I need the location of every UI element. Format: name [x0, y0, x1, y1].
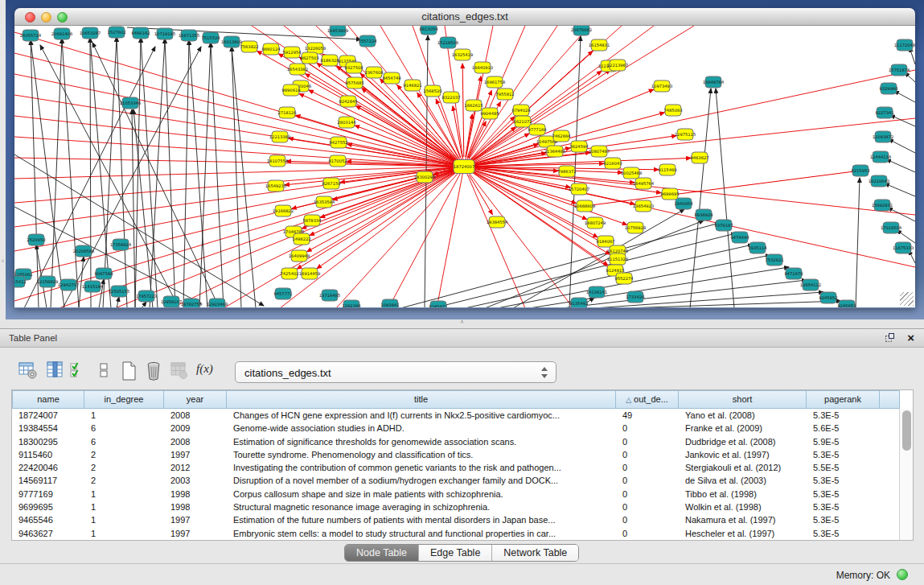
- graph-node[interactable]: 1093841: [380, 299, 399, 307]
- stacked-rows-icon[interactable]: [94, 360, 115, 381]
- graph-node[interactable]: 10653287: [80, 27, 101, 39]
- scrollbar-thumb[interactable]: [902, 410, 911, 451]
- network-window-titlebar[interactable]: citations_edges.txt: [14, 8, 915, 26]
- graph-node[interactable]: 14136141: [586, 286, 607, 298]
- graph-node[interactable]: 11675333: [893, 242, 914, 253]
- graph-node[interactable]: 8660124: [261, 43, 281, 55]
- graph-node[interactable]: 16154831: [589, 39, 610, 51]
- network-graph-canvas[interactable]: 1872400724055724206914061065328715276026…: [14, 26, 915, 307]
- graph-node[interactable]: 16914459: [299, 268, 320, 279]
- graph-node[interactable]: 1527602: [107, 27, 125, 38]
- graph-node[interactable]: 15692931: [872, 200, 893, 211]
- graph-node[interactable]: 9699695: [660, 188, 679, 200]
- memory-ok-indicator[interactable]: [897, 569, 908, 580]
- graph-node[interactable]: 17359924: [110, 239, 132, 250]
- table-row[interactable]: 1872400712008Changes of HCN gene express…: [12, 409, 900, 422]
- graph-node[interactable]: 3624594: [569, 141, 589, 152]
- graph-node[interactable]: 9115460: [658, 164, 676, 175]
- graph-node[interactable]: 9329966: [879, 83, 897, 94]
- graph-node[interactable]: 16409948: [289, 250, 310, 262]
- tab-node-table[interactable]: Node Table: [345, 545, 418, 561]
- graph-node[interactable]: 8267150: [322, 178, 340, 189]
- graph-node[interactable]: 8322037: [441, 92, 460, 103]
- graph-node[interactable]: 12213389: [269, 131, 290, 142]
- table-vertical-scrollbar[interactable]: [899, 409, 913, 540]
- graph-node[interactable]: 9245652: [819, 292, 837, 303]
- graph-node[interactable]: 18107554: [267, 155, 289, 167]
- graph-node[interactable]: 7986372: [557, 166, 576, 177]
- graph-node[interactable]: 16640910: [472, 62, 493, 73]
- graph-node[interactable]: 17957223: [136, 290, 157, 302]
- graph-node[interactable]: 12505155: [109, 286, 129, 297]
- graph-node[interactable]: 17016504: [881, 222, 902, 233]
- graph-node[interactable]: 16325419: [452, 49, 473, 60]
- graph-node[interactable]: 1292346: [342, 300, 360, 307]
- graph-node[interactable]: 15218506: [437, 37, 458, 48]
- graph-node[interactable]: 1640954: [674, 198, 693, 209]
- graph-node[interactable]: 16648784: [703, 76, 725, 88]
- graph-node[interactable]: 16210643: [869, 175, 889, 187]
- graph-node[interactable]: 1568520: [423, 85, 441, 97]
- table-row[interactable]: 946554611997Estimation of the future num…: [12, 513, 900, 526]
- graph-node[interactable]: 9777169: [528, 124, 546, 135]
- graph-node[interactable]: 20691406: [51, 28, 72, 39]
- graph-node[interactable]: 12093872: [873, 131, 893, 142]
- graph-node[interactable]: 7532621: [765, 254, 783, 266]
- graph-node[interactable]: 8938928: [694, 209, 713, 220]
- graph-node[interactable]: 11151326: [607, 253, 628, 265]
- graph-node[interactable]: 24055724: [20, 30, 42, 41]
- graph-node[interactable]: 19384554: [487, 216, 508, 228]
- graph-node[interactable]: 10973493: [651, 80, 672, 92]
- graph-node[interactable]: 10807487: [589, 146, 610, 157]
- divider-collapse-grip[interactable]: ＾: [458, 318, 466, 328]
- graph-node[interactable]: 15751874: [889, 64, 910, 76]
- graph-node[interactable]: 16013809: [221, 36, 242, 47]
- tab-network-table[interactable]: Network Table: [491, 545, 578, 561]
- graph-node[interactable]: 10958107: [161, 296, 182, 307]
- graph-node[interactable]: 9135462: [569, 298, 588, 307]
- graph-node[interactable]: 12156829: [37, 276, 58, 287]
- graph-node[interactable]: 9242845: [339, 96, 357, 107]
- graph-node[interactable]: 8170052: [328, 155, 347, 167]
- graph-node[interactable]: 9227341: [875, 107, 893, 118]
- graph-node[interactable]: 21364486: [544, 146, 565, 157]
- graph-node[interactable]: 7955812: [495, 89, 514, 100]
- graph-node[interactable]: 6379197: [714, 220, 733, 231]
- graph-node[interactable]: 8471676: [784, 268, 803, 279]
- graph-node[interactable]: 8186328: [320, 55, 339, 66]
- graph-node[interactable]: 12942737: [58, 279, 79, 290]
- graph-node[interactable]: 9146821: [403, 80, 421, 91]
- graph-node[interactable]: 12923468: [207, 299, 228, 307]
- graph-node[interactable]: 9575685: [345, 77, 363, 89]
- side-panel-handle[interactable]: ‹: [0, 254, 6, 267]
- graph-node[interactable]: 10025488: [621, 167, 642, 179]
- column-header-in-degree[interactable]: in_degree: [84, 390, 164, 409]
- graph-node[interactable]: 21053346: [120, 97, 141, 109]
- graph-node[interactable]: 9827503: [300, 52, 318, 64]
- select-column-icon[interactable]: [45, 360, 66, 381]
- table-row[interactable]: 2242004622012Investigating the contribut…: [12, 461, 900, 474]
- graph-node[interactable]: 10688609: [574, 200, 595, 212]
- graph-node[interactable]: 10756928: [625, 222, 646, 233]
- table-row[interactable]: 969969511998Structural magnetic resonanc…: [12, 501, 900, 513]
- graph-node[interactable]: 9327508: [344, 62, 363, 73]
- graph-node[interactable]: 1662615: [464, 100, 483, 111]
- graph-node[interactable]: 7557224: [358, 35, 377, 47]
- graph-node[interactable]: 9890618: [281, 84, 300, 96]
- column-header-pagerank[interactable]: pagerank: [807, 390, 880, 409]
- graph-node[interactable]: 20206586: [73, 245, 94, 257]
- close-panel-icon[interactable]: ×: [907, 331, 914, 344]
- graph-node[interactable]: 1498222: [292, 233, 310, 245]
- graph-node[interactable]: 18495764: [633, 178, 655, 189]
- graph-node[interactable]: 8454749: [382, 72, 400, 84]
- graph-node[interactable]: 8813054: [419, 26, 438, 35]
- table-row[interactable]: 1830029562008Estimation of significance …: [12, 435, 900, 448]
- panel-divider[interactable]: ＾: [0, 319, 924, 328]
- checklist-icon[interactable]: [68, 360, 89, 381]
- graph-node[interactable]: 2367608: [364, 67, 383, 78]
- graph-node[interactable]: 7425402: [280, 268, 298, 279]
- network-table-select[interactable]: citations_edges.txt: [235, 361, 556, 383]
- column-header-title[interactable]: title: [227, 390, 616, 409]
- graph-node[interactable]: 3915412: [14, 276, 27, 287]
- graph-node[interactable]: 7485063: [663, 105, 682, 116]
